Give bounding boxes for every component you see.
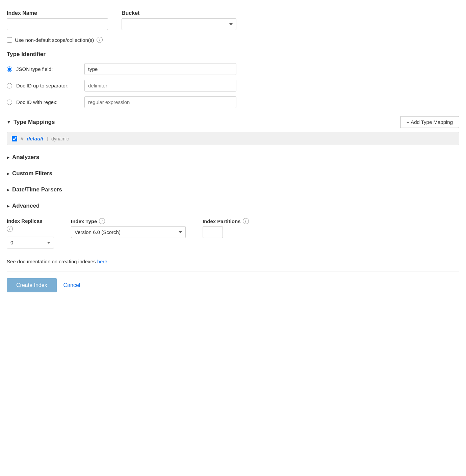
analyzers-title: Analyzers [12, 154, 39, 161]
bucket-select[interactable] [122, 18, 236, 30]
advanced-title: Advanced [12, 203, 40, 209]
doc-link-text: See documentation on creating indexes [7, 259, 97, 264]
datetime-parsers-title: Date/Time Parsers [12, 186, 62, 193]
non-default-scope-info-icon[interactable]: i [97, 37, 103, 43]
index-type-info-icon[interactable]: i [99, 218, 105, 224]
analyzers-arrow: ▶ [7, 155, 9, 160]
index-partitions-input[interactable] [203, 226, 223, 238]
cancel-button[interactable]: Cancel [63, 278, 80, 292]
index-type-label: Index Type [71, 218, 97, 224]
index-partitions-label: Index Partitions [203, 218, 241, 224]
mapping-default-name: default [27, 136, 43, 141]
index-name-label: Index Name [7, 10, 108, 16]
doc-id-separator-radio[interactable] [7, 83, 12, 88]
json-type-field-label: JSON type field: [16, 66, 80, 72]
custom-filters-header[interactable]: ▶ Custom Filters [7, 168, 459, 179]
type-mappings-collapse-arrow[interactable]: ▼ [7, 120, 11, 125]
advanced-arrow: ▶ [7, 204, 9, 208]
hash-icon: # [21, 136, 23, 141]
mapping-separator: | [47, 136, 48, 141]
type-mappings-title: Type Mappings [14, 119, 55, 126]
doc-id-separator-input[interactable] [84, 80, 236, 91]
json-type-field-radio[interactable] [7, 67, 12, 72]
doc-id-regex-input[interactable] [84, 96, 236, 108]
divider [7, 271, 459, 271]
doc-link-anchor[interactable]: here [97, 259, 107, 264]
datetime-parsers-header[interactable]: ▶ Date/Time Parsers [7, 184, 459, 195]
index-replicas-label: Index Replicas [7, 218, 42, 224]
create-index-button[interactable]: Create Index [7, 278, 57, 292]
type-identifier-title: Type Identifier [7, 51, 459, 58]
custom-filters-arrow: ▶ [7, 171, 9, 176]
doc-link-paragraph: See documentation on creating indexes he… [7, 259, 459, 264]
index-partitions-info-icon[interactable]: i [243, 218, 249, 224]
bucket-label: Bucket [122, 10, 236, 16]
custom-filters-title: Custom Filters [12, 170, 52, 177]
doc-id-regex-label: Doc ID with regex: [16, 99, 80, 105]
index-name-input[interactable] [7, 18, 108, 30]
index-type-select[interactable]: Version 6.0 (Scorch) Version 5.0 (Moss) [71, 226, 186, 238]
type-mapping-row: # default | dynamic [7, 132, 459, 145]
advanced-header[interactable]: ▶ Advanced [7, 201, 459, 211]
add-type-mapping-button[interactable]: + Add Type Mapping [400, 116, 459, 128]
non-default-scope-checkbox[interactable] [7, 37, 12, 43]
mapping-default-checkbox[interactable] [12, 136, 17, 141]
doc-id-separator-label: Doc ID up to separator: [16, 83, 80, 88]
index-replicas-select[interactable]: 0 1 2 3 [7, 237, 54, 248]
json-type-field-input[interactable] [84, 63, 236, 75]
analyzers-header[interactable]: ▶ Analyzers [7, 152, 459, 163]
doc-id-regex-radio[interactable] [7, 100, 12, 105]
mapping-default-type: dynamic [51, 136, 69, 141]
index-replicas-info-icon[interactable]: i [7, 226, 13, 232]
datetime-parsers-arrow: ▶ [7, 188, 9, 192]
non-default-scope-label: Use non-default scope/collection(s) [15, 37, 94, 43]
